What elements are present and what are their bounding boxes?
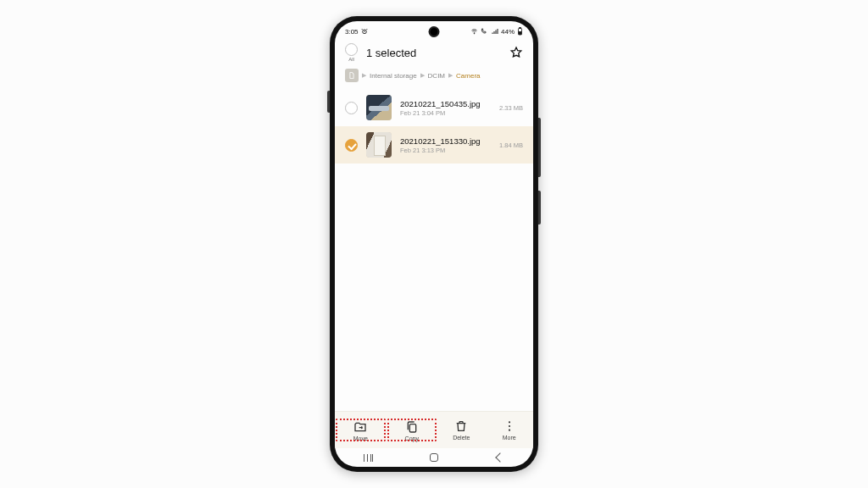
- file-thumbnail[interactable]: [366, 95, 392, 120]
- volte-icon: [481, 28, 489, 35]
- select-all-checkbox[interactable]: [345, 43, 358, 56]
- file-size: 1.84 MB: [499, 141, 523, 149]
- chevron-right-icon: ▶: [420, 72, 425, 79]
- svg-point-8: [509, 430, 510, 431]
- selection-count: 1 selected: [366, 47, 416, 59]
- alarm-icon: [361, 28, 368, 35]
- file-row[interactable]: 20210221_151330.jpg Feb 21 3:13 PM 1.84 …: [335, 126, 533, 164]
- file-name: 20210221_151330.jpg: [400, 136, 486, 146]
- more-vertical-icon: [503, 419, 516, 433]
- copy-icon: [405, 420, 419, 434]
- file-checkbox[interactable]: [345, 102, 358, 114]
- file-list[interactable]: 20210221_150435.jpg Feb 21 3:04 PM 2.33 …: [335, 89, 533, 411]
- back-button[interactable]: [483, 454, 517, 461]
- phone-frame: 3:05 44%: [330, 16, 538, 472]
- svg-rect-3: [520, 28, 521, 29]
- svg-point-6: [509, 421, 510, 423]
- recents-button[interactable]: [351, 454, 385, 462]
- signal-icon: [492, 28, 498, 35]
- front-camera: [431, 28, 438, 36]
- breadcrumb-item-current[interactable]: Camera: [456, 72, 480, 80]
- move-icon: [353, 420, 367, 434]
- delete-label: Delete: [453, 435, 470, 441]
- file-name: 20210221_150435.jpg: [400, 99, 486, 108]
- home-button[interactable]: [417, 453, 451, 462]
- screen: 3:05 44%: [335, 21, 533, 467]
- system-nav-bar: [335, 448, 533, 467]
- file-checkbox[interactable]: [345, 139, 358, 152]
- delete-button[interactable]: Delete: [437, 419, 486, 441]
- file-date: Feb 21 3:13 PM: [400, 147, 486, 154]
- breadcrumb-item[interactable]: DCIM: [428, 72, 445, 80]
- favorite-button[interactable]: [509, 46, 523, 59]
- copy-button[interactable]: Copy: [387, 418, 438, 442]
- svg-rect-5: [409, 424, 415, 432]
- breadcrumb[interactable]: ▶ Internal storage ▶ DCIM ▶ Camera: [335, 64, 533, 89]
- power-button[interactable]: [538, 191, 541, 225]
- chevron-right-icon: ▶: [362, 72, 366, 79]
- battery-icon: [517, 27, 523, 36]
- file-row[interactable]: 20210221_150435.jpg Feb 21 3:04 PM 2.33 …: [335, 89, 533, 126]
- more-button[interactable]: More: [486, 419, 534, 441]
- trash-icon: [454, 419, 468, 433]
- file-thumbnail[interactable]: [366, 132, 392, 158]
- more-label: More: [503, 435, 516, 441]
- svg-point-7: [509, 425, 510, 427]
- copy-label: Copy: [405, 435, 419, 441]
- select-all-button[interactable]: All: [345, 43, 358, 62]
- move-label: Move: [353, 435, 368, 441]
- selection-header: All 1 selected: [335, 38, 533, 64]
- svg-rect-4: [519, 32, 521, 35]
- move-button[interactable]: Move: [335, 418, 387, 442]
- clock: 3:05: [345, 28, 359, 36]
- bixby-button[interactable]: [327, 91, 330, 113]
- storage-root-icon[interactable]: [345, 69, 359, 82]
- select-all-label: All: [348, 57, 354, 62]
- battery-pct: 44%: [501, 28, 515, 36]
- breadcrumb-item[interactable]: Internal storage: [370, 72, 417, 80]
- chevron-right-icon: ▶: [448, 72, 453, 79]
- action-bar: Move Copy Delete More: [335, 411, 533, 448]
- svg-point-1: [474, 33, 475, 34]
- volume-button[interactable]: [538, 118, 541, 177]
- file-date: Feb 21 3:04 PM: [400, 109, 486, 117]
- file-size: 2.33 MB: [499, 104, 523, 112]
- wifi-icon: [470, 28, 478, 35]
